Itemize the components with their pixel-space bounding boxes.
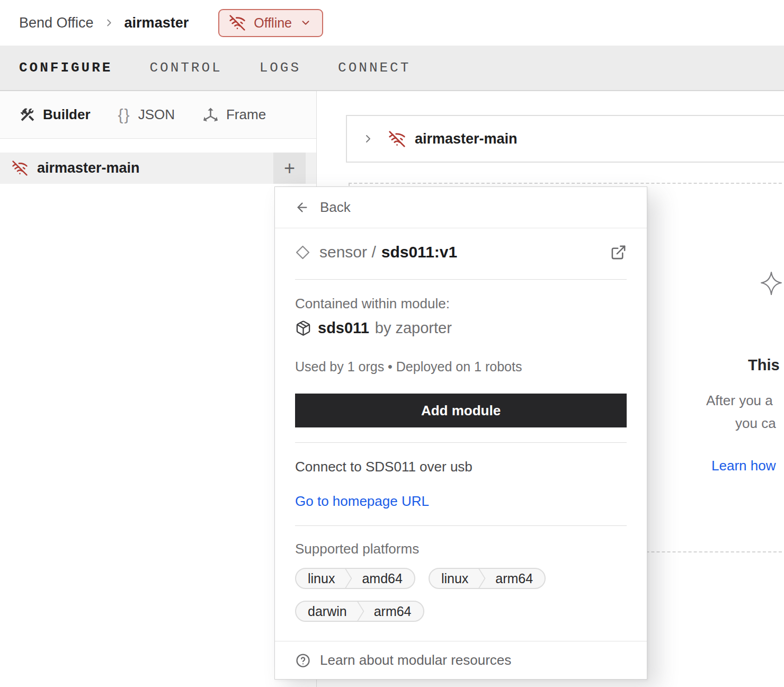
platform-chips: linux amd64 linux arm64 darwin arm64	[295, 568, 627, 622]
braces-icon: {}	[118, 107, 131, 123]
platform-os: linux	[430, 569, 480, 588]
breadcrumb: Bend Office airmaster	[19, 15, 189, 31]
platform-chip: linux arm64	[429, 568, 546, 589]
chip-separator-icon	[357, 601, 364, 622]
wifi-off-icon	[229, 14, 246, 31]
module-line: sds011 by zaporter	[295, 319, 627, 337]
arrow-left-icon	[295, 200, 309, 215]
plus-icon: +	[284, 157, 295, 180]
chip-separator-icon	[478, 568, 486, 589]
module-author: by zaporter	[375, 319, 452, 337]
breadcrumb-location[interactable]: Bend Office	[19, 15, 94, 31]
divider	[295, 279, 627, 280]
external-link-icon	[610, 244, 627, 261]
tools-icon	[19, 106, 35, 123]
empty-state-title: This	[748, 356, 780, 374]
tab-frame[interactable]: Frame	[202, 106, 266, 123]
tab-frame-label: Frame	[226, 106, 266, 123]
back-button[interactable]: Back	[275, 187, 647, 228]
divider	[295, 442, 627, 443]
platform-chip: linux amd64	[295, 568, 415, 589]
add-component-button[interactable]: +	[273, 153, 306, 184]
module-description: Connect to SDS011 over usb	[295, 459, 627, 475]
platform-chip: darwin arm64	[295, 601, 424, 622]
divider	[295, 525, 627, 526]
platform-os: linux	[296, 569, 346, 588]
tab-control[interactable]: CONTROL	[149, 60, 222, 76]
platform-os: darwin	[296, 602, 359, 621]
machine-part-name: airmaster-main	[37, 160, 273, 176]
contained-within-label: Contained within module:	[295, 296, 627, 312]
module-usage-stats: Used by 1 orgs • Deployed on 1 robots	[295, 359, 627, 374]
open-in-registry-button[interactable]	[610, 244, 627, 261]
tab-json-label: JSON	[138, 106, 175, 123]
machine-part-row[interactable]: airmaster-main +	[0, 153, 316, 184]
machine-status-badge[interactable]: Offline	[218, 9, 323, 37]
chevron-down-icon	[300, 17, 311, 29]
tab-logs[interactable]: LOGS	[260, 60, 301, 76]
module-name: sds011	[318, 319, 369, 337]
back-label: Back	[320, 199, 351, 216]
resource-title-row: sensor / sds011:v1	[295, 243, 627, 261]
package-icon	[295, 320, 311, 336]
platform-arch: arm64	[486, 569, 545, 588]
add-module-button[interactable]: Add module	[295, 394, 627, 427]
empty-state-text-line1: After you a	[706, 392, 773, 409]
builder-tab-bar: Builder {} JSON Frame	[0, 91, 316, 139]
header: Bend Office airmaster Offline	[0, 0, 784, 46]
machine-part-card[interactable]: airmaster-main	[346, 115, 784, 163]
platform-arch: arm64	[364, 602, 423, 621]
footer-link-label: Learn about modular resources	[320, 652, 511, 668]
tab-builder[interactable]: Builder	[19, 106, 91, 123]
resource-type: sensor /	[319, 243, 376, 261]
supported-platforms-label: Supported platforms	[295, 541, 627, 557]
wifi-off-icon	[12, 160, 28, 176]
sensor-diamond-icon	[295, 245, 310, 260]
resource-model: sds011:v1	[381, 243, 457, 261]
homepage-url-link[interactable]: Go to homepage URL	[295, 493, 429, 510]
platform-arch: amd64	[352, 569, 414, 588]
left-panel: Builder {} JSON Frame airmaster-main +	[0, 91, 317, 687]
chip-separator-icon	[344, 568, 352, 589]
viam-machine-page: Bend Office airmaster Offline CONFIGURE …	[0, 0, 784, 687]
tab-configure[interactable]: CONFIGURE	[19, 60, 112, 76]
learn-how-link[interactable]: Learn how	[711, 458, 776, 474]
axis-icon	[202, 106, 219, 123]
learn-modular-resources-link[interactable]: Learn about modular resources	[275, 641, 647, 679]
help-circle-icon	[295, 653, 311, 668]
breadcrumb-machine: airmaster	[124, 15, 189, 31]
tab-json[interactable]: {} JSON	[118, 106, 175, 123]
main-tab-bar: CONFIGURE CONTROL LOGS CONNECT	[0, 46, 784, 91]
sparkle-icon	[760, 271, 782, 296]
machine-card-title: airmaster-main	[415, 131, 518, 147]
empty-state-text-line2: you ca	[735, 415, 776, 432]
expand-chevron-icon[interactable]	[362, 132, 375, 145]
chevron-right-icon	[103, 17, 115, 29]
popup-body: sensor / sds011:v1 Contained within modu…	[275, 243, 647, 622]
status-label: Offline	[254, 15, 292, 31]
module-details-popup: Back sensor / sds011:v1 Contained within…	[274, 186, 647, 680]
tab-connect[interactable]: CONNECT	[338, 60, 411, 76]
wifi-off-icon	[388, 130, 406, 148]
tab-builder-label: Builder	[43, 106, 91, 123]
